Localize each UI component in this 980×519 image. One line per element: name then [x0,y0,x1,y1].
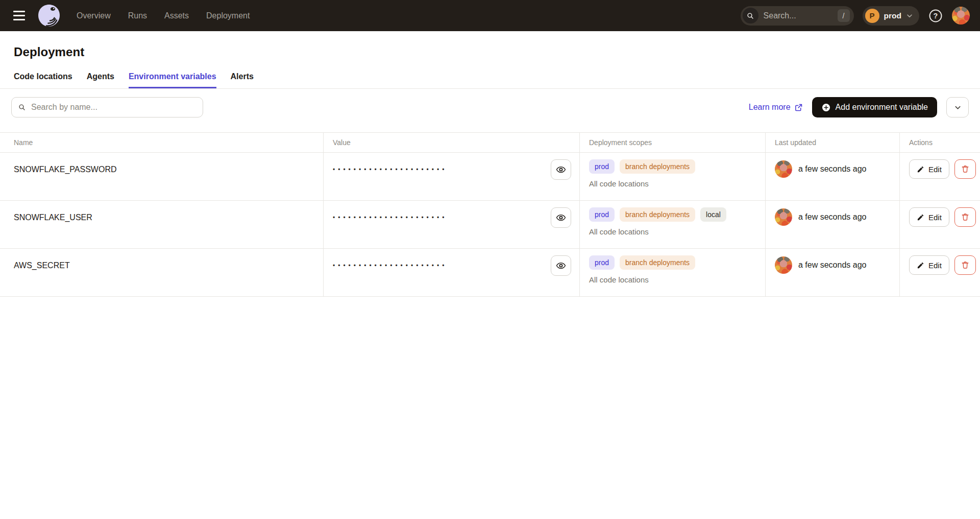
edit-button-label: Edit [928,165,942,174]
chevron-down-icon [954,104,962,111]
trash-icon [961,164,970,174]
column-header-actions: Actions [899,133,980,152]
eye-icon [556,261,566,271]
external-link-icon [794,103,803,112]
hamburger-menu-icon[interactable] [13,8,29,23]
table-row: SNOWFLAKE_USER••••••••••••••••••••••prod… [0,201,980,249]
last-updated-text: a few seconds ago [798,208,866,226]
masked-value: •••••••••••••••••••••• [333,207,447,228]
tab-environment-variables[interactable]: Environment variables [129,72,216,88]
global-search-placeholder: Search... [764,11,838,20]
nav-item-runs[interactable]: Runs [128,11,147,20]
actions-cell: Edit [899,201,980,248]
primary-nav: Overview Runs Assets Deployment [77,11,250,20]
scope-badges: prodbranch deployments [589,159,765,174]
scope-badge-branch: branch deployments [620,207,695,222]
masked-value: •••••••••••••••••••••• [333,159,447,180]
env-var-table-body: SNOWFLAKE_PASSWORD••••••••••••••••••••••… [0,153,980,297]
actions-cell: Edit [899,153,980,200]
deployment-switcher[interactable]: P prod [863,6,919,26]
learn-more-link[interactable]: Learn more [749,103,803,112]
scope-badge-prod: prod [589,159,615,174]
search-icon [18,103,26,113]
topnav-right-cluster: Search... / P prod ? [741,6,970,26]
scope-badge-branch: branch deployments [620,159,695,174]
deployment-switcher-label: prod [884,11,901,20]
last-updated-text: a few seconds ago [798,256,866,274]
column-header-name: Name [0,133,323,152]
code-locations-label: All code locations [589,179,765,188]
dagster-logo-icon[interactable] [37,3,61,29]
top-navbar: Overview Runs Assets Deployment Search..… [0,0,980,31]
delete-button[interactable] [954,207,976,227]
pencil-icon [917,262,924,269]
eye-icon [556,213,566,223]
page-title: Deployment [0,31,980,59]
scope-badges: prodbranch deploymentslocal [589,207,765,222]
edit-button[interactable]: Edit [909,255,949,275]
column-header-last-updated: Last updated [765,133,899,152]
code-locations-label: All code locations [589,227,765,236]
env-var-table: Name Value Deployment scopes Last update… [0,132,980,297]
deployment-tabs: Code locations Agents Environment variab… [0,72,980,89]
edit-button-label: Edit [928,261,942,270]
delete-button[interactable] [954,159,976,179]
last-updated-cell: a few seconds ago [765,249,899,296]
scope-badge-prod: prod [589,207,615,222]
env-var-name: AWS_SECRET [0,249,323,296]
eye-icon [556,164,566,175]
deployment-scopes-cell: prodbranch deploymentsAll code locations [579,153,765,200]
reveal-value-button[interactable] [551,255,571,276]
env-var-name: SNOWFLAKE_USER [0,201,323,248]
user-avatar[interactable] [952,7,970,25]
trash-icon [961,261,970,270]
reveal-value-button[interactable] [551,207,571,228]
table-row: AWS_SECRET••••••••••••••••••••••prodbran… [0,249,980,297]
edit-button[interactable]: Edit [909,207,949,227]
deployment-scopes-cell: prodbranch deploymentslocalAll code loca… [579,201,765,248]
pencil-icon [917,166,924,173]
chevron-down-icon [906,12,913,19]
deployment-switcher-avatar: P [865,9,879,23]
svg-text:?: ? [934,12,938,20]
learn-more-label: Learn more [749,103,791,112]
table-row: SNOWFLAKE_PASSWORD••••••••••••••••••••••… [0,153,980,201]
tab-code-locations[interactable]: Code locations [14,72,72,88]
env-var-value-cell: •••••••••••••••••••••• [323,153,579,200]
help-icon[interactable]: ? [928,8,943,23]
nav-item-deployment[interactable]: Deployment [206,11,250,20]
user-avatar [775,208,792,226]
env-var-value-cell: •••••••••••••••••••••• [323,249,579,296]
column-header-deployment-scopes: Deployment scopes [579,133,765,152]
deployment-scopes-cell: prodbranch deploymentsAll code locations [579,249,765,296]
column-header-value: Value [323,133,579,152]
scope-badge-branch: branch deployments [620,255,695,270]
search-by-name-input[interactable] [11,97,203,117]
add-environment-variable-button[interactable]: Add environment variable [812,97,937,117]
reveal-value-button[interactable] [551,159,571,180]
env-var-value-cell: •••••••••••••••••••••• [323,201,579,248]
nav-item-overview[interactable]: Overview [77,11,111,20]
scope-badge-local: local [700,207,726,222]
scope-badge-prod: prod [589,255,615,270]
edit-button[interactable]: Edit [909,159,949,179]
tab-agents[interactable]: Agents [87,72,114,88]
search-shortcut-badge: / [838,9,850,22]
env-var-name: SNOWFLAKE_PASSWORD [0,153,323,200]
global-search-input[interactable]: Search... / [741,6,854,26]
add-variable-more-options-button[interactable] [946,97,969,117]
user-avatar [775,256,792,274]
add-button-label: Add environment variable [836,103,928,112]
delete-button[interactable] [954,255,976,275]
masked-value: •••••••••••••••••••••• [333,255,447,276]
trash-icon [961,213,970,222]
tab-alerts[interactable]: Alerts [231,72,254,88]
search-icon [743,8,758,23]
last-updated-cell: a few seconds ago [765,153,899,200]
nav-item-assets[interactable]: Assets [164,11,189,20]
table-header-row: Name Value Deployment scopes Last update… [0,133,980,153]
last-updated-cell: a few seconds ago [765,201,899,248]
plus-circle-icon [821,103,831,112]
pencil-icon [917,214,924,221]
user-avatar [775,160,792,178]
